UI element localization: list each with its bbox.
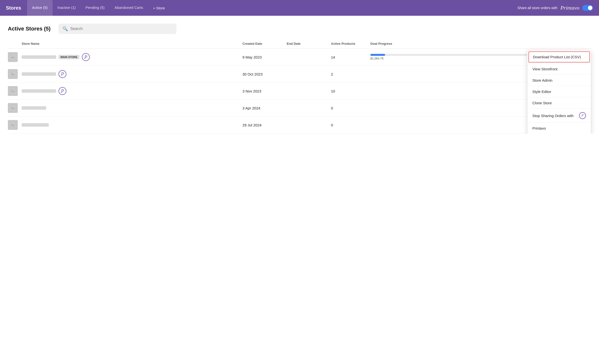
tab-inactive[interactable]: Inactive (1) xyxy=(53,0,81,16)
header-right: Share all store orders with Printavo xyxy=(517,5,593,11)
search-bar[interactable]: 🔍 xyxy=(59,24,177,34)
goal-current: $1,064.78 xyxy=(370,57,383,60)
dropdown-item-download-csv[interactable]: Download Product List (CSV) xyxy=(528,51,590,62)
created-date: 30 Oct 2023 xyxy=(242,72,287,76)
store-name-blurred xyxy=(22,89,56,93)
created-date: 3 Apr 2024 xyxy=(242,106,287,110)
active-products: 0 xyxy=(331,106,370,110)
col-goal-progress: Goal Progress xyxy=(370,42,591,46)
store-name-cell xyxy=(22,106,242,110)
store-name-blurred xyxy=(22,106,46,110)
active-products: 2 xyxy=(331,72,370,76)
store-name-blurred xyxy=(22,123,49,127)
active-products: 14 xyxy=(331,55,370,59)
printavo-p-icon-dropdown: P xyxy=(579,112,586,119)
col-store-name: Store Name xyxy=(22,42,242,46)
col-created-date: Created Date xyxy=(242,42,287,46)
nav-tabs: Active (5) Inactive (1) Pending (5) Aban… xyxy=(27,0,517,16)
search-input[interactable] xyxy=(70,27,173,31)
svg-point-1 xyxy=(11,56,12,57)
page-title: Active Stores (5) xyxy=(8,26,51,32)
created-date: 9 May 2023 xyxy=(242,55,287,59)
dropdown-item-style-editor[interactable]: Style Editor xyxy=(527,86,591,97)
store-thumbnail xyxy=(8,52,18,62)
dropdown-item-store-admin[interactable]: Store Admin xyxy=(527,75,591,86)
svg-point-9 xyxy=(11,123,12,124)
store-name-cell xyxy=(22,123,242,127)
table-row: MAIN STORE P 9 May 2023 14 $1,064.78 $14… xyxy=(8,49,591,66)
svg-point-3 xyxy=(11,73,12,74)
printavo-p-icon: P xyxy=(82,53,90,61)
dropdown-item-view-storefront[interactable]: View Storefront xyxy=(527,63,591,75)
svg-rect-2 xyxy=(11,72,15,76)
table-row: 29 Jul 2024 0 xyxy=(8,117,591,134)
page-header: Active Stores (5) 🔍 xyxy=(8,24,591,34)
col-active-products: Active Products xyxy=(331,42,370,46)
printavo-brand: Printavo xyxy=(560,5,579,11)
svg-rect-8 xyxy=(11,123,15,127)
store-thumbnail xyxy=(8,69,18,79)
share-toggle[interactable] xyxy=(582,5,593,11)
table-row: P 30 Oct 2023 2 xyxy=(8,66,591,83)
table-header-row: Store Name Created Date End Date Active … xyxy=(8,42,591,49)
stores-table: Store Name Created Date End Date Active … xyxy=(8,42,591,134)
svg-rect-6 xyxy=(11,106,15,110)
svg-rect-4 xyxy=(11,89,15,93)
tab-abandoned-carts[interactable]: Abandoned Carts xyxy=(109,0,148,16)
store-name-blurred xyxy=(22,72,56,76)
active-products: 0 xyxy=(331,123,370,127)
svg-point-7 xyxy=(11,106,12,107)
main-store-badge: MAIN STORE xyxy=(59,55,79,59)
table-row: P 3 Nov 2023 10 xyxy=(8,83,591,100)
dropdown-item-printavo-label[interactable]: Printavo xyxy=(527,123,591,134)
main-content: Active Stores (5) 🔍 Store Name Created D… xyxy=(0,16,599,134)
store-name-cell: MAIN STORE P xyxy=(22,53,242,61)
store-thumbnail xyxy=(8,103,18,113)
tab-pending[interactable]: Pending (5) xyxy=(81,0,110,16)
created-date: 29 Jul 2024 xyxy=(242,123,287,127)
store-name-blurred xyxy=(22,55,56,59)
store-thumbnail xyxy=(8,86,18,96)
table-row: 3 Apr 2024 0 xyxy=(8,100,591,117)
dropdown-item-clone-store[interactable]: Clone Store xyxy=(527,97,591,109)
printavo-p-icon: P xyxy=(59,87,66,95)
svg-rect-0 xyxy=(11,55,15,59)
app-title: Stores xyxy=(6,5,21,11)
add-store-button[interactable]: + Store xyxy=(148,6,170,10)
share-label: Share all store orders with xyxy=(517,6,557,10)
created-date: 3 Nov 2023 xyxy=(242,89,287,93)
col-end-date: End Date xyxy=(287,42,331,46)
svg-point-5 xyxy=(11,90,12,91)
tab-active[interactable]: Active (5) xyxy=(27,0,52,16)
store-thumbnail xyxy=(8,120,18,130)
active-products: 10 xyxy=(331,89,370,93)
context-dropdown-menu: Download Product List (CSV) View Storefr… xyxy=(527,50,591,134)
search-icon: 🔍 xyxy=(62,26,68,31)
progress-fill xyxy=(370,54,385,56)
store-name-cell: P xyxy=(22,70,242,78)
app-header: Stores Active (5) Inactive (1) Pending (… xyxy=(0,0,599,16)
store-name-cell: P xyxy=(22,87,242,95)
dropdown-item-stop-sharing[interactable]: Stop Sharing Orders with P xyxy=(527,109,591,123)
printavo-p-icon: P xyxy=(59,70,66,78)
